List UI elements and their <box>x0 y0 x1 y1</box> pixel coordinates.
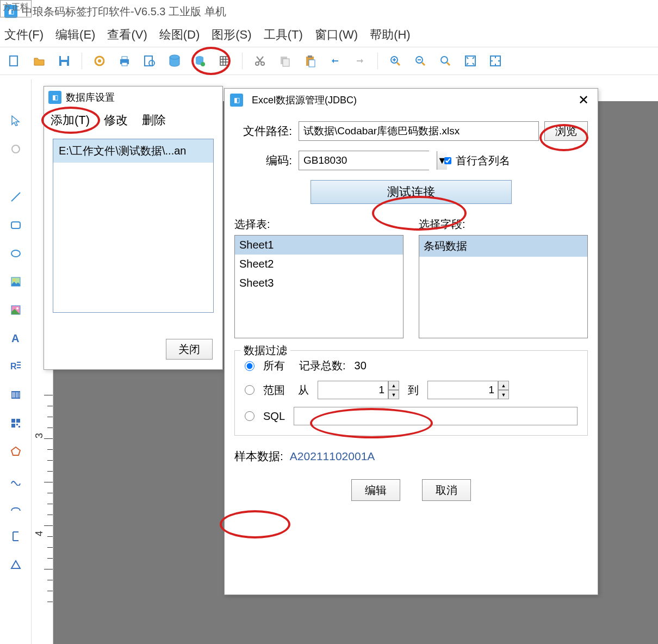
curve-tool-icon[interactable] <box>6 470 26 490</box>
print-icon[interactable] <box>115 51 134 71</box>
file-path-input[interactable] <box>299 121 539 141</box>
menu-edit[interactable]: 编辑(E) <box>55 27 95 43</box>
menu-draw[interactable]: 绘图(D) <box>159 27 200 43</box>
spin-down-icon[interactable]: ▼ <box>498 390 509 399</box>
line-tool-icon[interactable] <box>6 187 26 207</box>
paste-icon[interactable] <box>300 51 320 71</box>
ruler-label: 4 <box>34 531 45 536</box>
barcode-tool-icon[interactable] <box>6 385 26 405</box>
first-row-header-input[interactable] <box>444 157 451 164</box>
edit-button[interactable]: 编辑 <box>351 479 400 501</box>
toolbar-separator <box>82 53 82 69</box>
sample-data-label: 样本数据: <box>234 449 283 464</box>
menu-view[interactable]: 查看(V) <box>107 27 147 43</box>
range-from-spinner[interactable]: ▲▼ <box>318 381 399 399</box>
spin-up-icon[interactable]: ▲ <box>388 381 399 390</box>
zoom-out-icon[interactable] <box>411 51 430 71</box>
excel-dialog-title: Excel数据源管理(JDBC) <box>252 94 357 107</box>
spin-down-icon[interactable]: ▼ <box>388 390 399 399</box>
database-icon[interactable] <box>165 51 184 71</box>
menu-shape[interactable]: 图形(S) <box>212 27 251 43</box>
triangle-tool-icon[interactable] <box>6 555 26 574</box>
svg-point-33 <box>16 307 18 309</box>
browse-button[interactable]: 浏览 <box>544 121 588 141</box>
tables-listbox[interactable]: Sheet1 Sheet2 Sheet3 <box>234 235 404 338</box>
db-menu-delete[interactable]: 删除 <box>142 112 166 128</box>
bracket-tool-icon[interactable] <box>6 527 26 546</box>
arc-tool-icon[interactable] <box>6 498 26 518</box>
db-list-item[interactable]: E:\工作文件\测试数据\...an <box>53 139 213 163</box>
range-from-input[interactable] <box>318 381 388 399</box>
svg-point-24 <box>441 57 448 63</box>
list-item[interactable]: Sheet2 <box>235 255 403 274</box>
db-menu-modify[interactable]: 修改 <box>104 112 128 128</box>
menu-help[interactable]: 帮助(H) <box>370 27 411 43</box>
filter-range-radio[interactable] <box>245 385 254 395</box>
svg-rect-3 <box>61 62 67 66</box>
from-label: 从 <box>298 383 309 398</box>
font-box[interactable]: 方正料 <box>0 0 32 17</box>
undo-icon[interactable] <box>325 51 345 71</box>
list-item[interactable]: Sheet1 <box>235 236 403 255</box>
database-link-icon[interactable] <box>190 51 209 71</box>
richtext-tool-icon[interactable]: R <box>6 357 26 376</box>
to-label: 到 <box>408 383 419 398</box>
encoding-combo[interactable]: ▼ <box>299 151 429 170</box>
record-count-value: 30 <box>355 360 367 372</box>
range-to-spinner[interactable]: ▲▼ <box>427 381 509 399</box>
rect-tool-icon[interactable] <box>6 215 26 235</box>
db-close-button[interactable]: 关闭 <box>166 339 213 360</box>
fit-width-icon[interactable] <box>486 51 505 71</box>
preview-icon[interactable] <box>140 51 159 71</box>
cancel-button[interactable]: 取消 <box>422 479 471 501</box>
list-item[interactable]: Sheet3 <box>235 274 403 293</box>
copy-icon[interactable] <box>275 51 295 71</box>
db-menu-add[interactable]: 添加(T) <box>51 112 90 128</box>
settings-icon[interactable] <box>90 51 109 71</box>
zoom-in-icon[interactable] <box>386 51 405 71</box>
text-tool-icon[interactable]: A <box>6 329 26 348</box>
svg-rect-28 <box>11 222 20 228</box>
menu-window[interactable]: 窗口(W) <box>315 27 358 43</box>
menu-tool[interactable]: 工具(T) <box>264 27 303 43</box>
file-path-label: 文件路径: <box>234 123 299 139</box>
ellipse-tool-icon[interactable] <box>6 244 26 263</box>
pointer-tool-icon[interactable] <box>6 111 26 131</box>
rotate-tool-icon[interactable] <box>6 139 26 159</box>
select-field-label: 选择字段: <box>419 217 588 232</box>
first-row-header-checkbox[interactable]: 首行含列名 <box>444 153 510 168</box>
list-item[interactable]: 条码数据 <box>419 236 587 257</box>
filter-all-radio[interactable] <box>245 361 254 371</box>
range-to-input[interactable] <box>427 381 498 399</box>
zoom-100-icon[interactable] <box>436 51 455 71</box>
svg-rect-7 <box>122 57 127 59</box>
polygon-tool-icon[interactable] <box>6 442 26 461</box>
spin-up-icon[interactable]: ▲ <box>498 381 509 390</box>
db-connections-list[interactable]: E:\工作文件\测试数据\...an <box>53 139 214 313</box>
encoding-input[interactable] <box>299 151 437 170</box>
data-filter-group: 数据过滤 所有 记录总数: 30 范围 从 ▲▼ 到 ▲▼ <box>234 350 588 436</box>
image-tool-icon[interactable] <box>6 272 26 292</box>
grid-icon[interactable] <box>215 51 234 71</box>
close-icon[interactable]: ✕ <box>575 92 592 108</box>
fields-listbox[interactable]: 条码数据 <box>419 235 588 338</box>
save-icon[interactable] <box>54 51 74 71</box>
open-icon[interactable] <box>29 51 49 71</box>
svg-point-29 <box>11 250 20 257</box>
new-icon[interactable] <box>4 51 24 71</box>
cut-icon[interactable] <box>250 51 270 71</box>
db-dialog-titlebar[interactable]: ◧ 数据库设置 <box>44 86 222 108</box>
qr-tool-icon[interactable] <box>6 413 26 433</box>
menu-file[interactable]: 文件(F) <box>4 27 44 43</box>
excel-dialog-titlebar[interactable]: ◧ Excel数据源管理(JDBC) ✕ <box>225 89 598 112</box>
filter-all-label: 所有 <box>263 358 285 373</box>
test-connection-button[interactable]: 测试连接 <box>311 180 512 204</box>
sql-input[interactable] <box>294 407 578 425</box>
redo-icon[interactable] <box>350 51 370 71</box>
svg-rect-0 <box>10 56 17 66</box>
svg-point-31 <box>13 279 15 281</box>
filter-sql-radio[interactable] <box>245 411 254 421</box>
fit-screen-icon[interactable] <box>461 51 480 71</box>
picture-tool-icon[interactable] <box>6 300 26 320</box>
dialog-icon: ◧ <box>48 91 61 104</box>
